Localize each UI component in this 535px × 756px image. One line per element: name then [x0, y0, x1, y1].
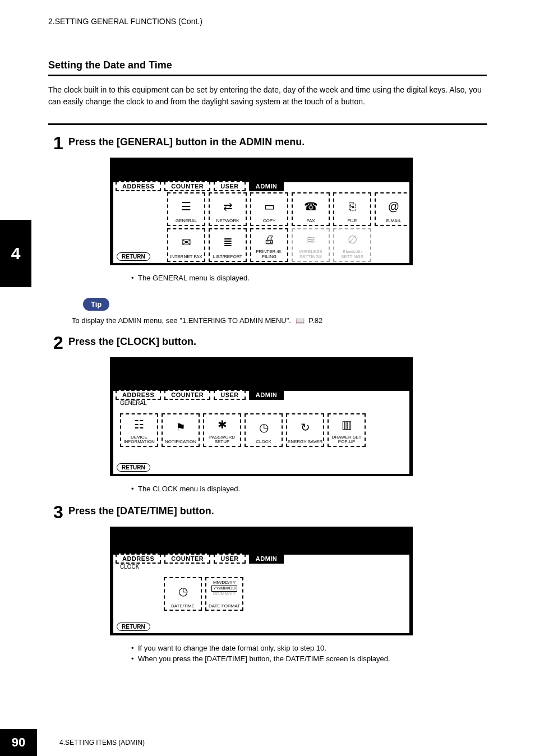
password-icon: ✱	[218, 414, 227, 435]
page-header: 2.SETTING GENERAL FUNCTIONS (Cont.)	[0, 0, 535, 26]
password-setup-button[interactable]: ✱PASSWORD SETUP	[203, 413, 241, 447]
printer-efiling-button[interactable]: 🖨PRINTER /E-FILING	[250, 228, 288, 262]
section-title: Setting the Date and Time	[48, 59, 487, 76]
fax-icon: ☎	[304, 193, 318, 219]
device-info-icon: ☷	[134, 414, 144, 435]
drawer-set-popup-button[interactable]: ▥DRAWER SET POP-UP	[328, 413, 366, 447]
section-intro: The clock built in to this equipment can…	[48, 84, 487, 108]
network-icon: ⇄	[223, 193, 233, 219]
file-button[interactable]: ⎘FILE	[333, 192, 371, 226]
email-icon: @	[388, 193, 399, 219]
screenshot-clock-menu: ADDRESS COUNTER USER ADMIN CLOCK ◷DATE/T…	[110, 527, 413, 635]
note-item: The CLOCK menu is displayed.	[131, 484, 487, 494]
tab-counter[interactable]: COUNTER	[164, 390, 210, 400]
tab-address[interactable]: ADDRESS	[116, 390, 161, 400]
tab-user[interactable]: USER	[214, 390, 246, 400]
clock-button[interactable]: ◷CLOCK	[245, 413, 283, 447]
tab-admin[interactable]: ADMIN	[249, 390, 284, 400]
internet-fax-icon: ✉	[182, 229, 191, 255]
clock-icon: ◷	[178, 578, 188, 603]
step-1: 1 Press the [GENERAL] button in the ADMI…	[48, 133, 487, 152]
page-number: 90	[0, 729, 37, 756]
step-3: 3 Press the [DATE/TIME] button.	[48, 502, 487, 521]
tip-badge: Tip	[83, 298, 109, 311]
note-item: When you press the [DATE/TIME] button, t…	[131, 654, 487, 664]
tab-counter[interactable]: COUNTER	[164, 554, 210, 564]
fax-button[interactable]: ☎FAX	[292, 192, 330, 226]
return-button[interactable]: RETURN	[117, 463, 150, 472]
date-format-option: MM/DD/YY	[213, 580, 236, 586]
printer-icon: 🖨	[264, 229, 275, 250]
footer-chapter: 4.SETTING ITEMS (ADMIN)	[59, 739, 145, 746]
copy-icon: ▭	[264, 193, 275, 219]
email-button[interactable]: @E-MAIL	[375, 192, 413, 226]
drawer-icon: ▥	[342, 414, 352, 435]
step-2: 2 Press the [CLOCK] button.	[48, 333, 487, 352]
step-number: 1	[48, 133, 68, 152]
note-item: If you want to change the date format on…	[131, 643, 487, 653]
wireless-settings-button: ≋WIRELESS SETTINGS	[292, 228, 330, 262]
tab-admin[interactable]: ADMIN	[249, 554, 284, 564]
date-format-button[interactable]: MM/DD/YY YY/MM/DD DD/MM/YY DATE FORMAT	[205, 577, 243, 611]
submenu-label: GENERAL	[120, 400, 147, 406]
bluetooth-icon: ∅	[348, 229, 357, 250]
screenshot-general-menu: ADDRESS COUNTER USER ADMIN GENERAL ☷DEVI…	[110, 357, 413, 476]
return-button[interactable]: RETURN	[117, 252, 150, 261]
energy-saver-button[interactable]: ↻ENERGY SAVER	[286, 413, 324, 447]
general-icon: ☰	[181, 193, 191, 219]
notification-icon: ⚑	[176, 414, 186, 440]
note-item: The GENERAL menu is displayed.	[131, 273, 487, 283]
clock-icon: ◷	[259, 414, 269, 440]
network-button[interactable]: ⇄NETWORK	[209, 192, 247, 226]
screenshot-admin-menu: ADDRESS COUNTER USER ADMIN ☰GENERAL ⇄NET…	[110, 158, 413, 265]
step-number: 3	[48, 502, 68, 521]
step2-notes: The CLOCK menu is displayed.	[48, 484, 487, 494]
bluetooth-settings-button: ∅Bluetooth SETTINGS	[333, 228, 371, 262]
tab-address[interactable]: ADDRESS	[116, 554, 161, 564]
internet-fax-button[interactable]: ✉INTERNET FAX	[167, 228, 205, 262]
step1-notes: The GENERAL menu is displayed.	[48, 273, 487, 283]
breadcrumb: 2.SETTING GENERAL FUNCTIONS (Cont.)	[48, 17, 202, 26]
list-report-icon: ≣	[223, 229, 233, 255]
return-button[interactable]: RETURN	[117, 623, 150, 631]
step3-notes: If you want to change the date format on…	[48, 643, 487, 663]
notification-button[interactable]: ⚑NOTIFICATION	[162, 413, 200, 447]
tab-user[interactable]: USER	[214, 554, 246, 564]
date-time-button[interactable]: ◷DATE/TIME	[164, 577, 202, 611]
step-number: 2	[48, 333, 68, 352]
step-instruction: Press the [CLOCK] button.	[68, 333, 196, 348]
device-information-button[interactable]: ☷DEVICE INFORMATION	[120, 413, 158, 447]
submenu-label: CLOCK	[120, 564, 139, 570]
date-format-option: DD/MM/YY	[213, 592, 236, 597]
tab-user[interactable]: USER	[214, 181, 246, 191]
copy-button[interactable]: ▭COPY	[250, 192, 288, 226]
tab-address[interactable]: ADDRESS	[116, 181, 161, 191]
section-rule	[48, 123, 487, 125]
tab-counter[interactable]: COUNTER	[164, 181, 210, 191]
tip-text: To display the ADMIN menu, see "1.ENTERI…	[72, 316, 487, 325]
step-instruction: Press the [GENERAL] button in the ADMIN …	[68, 133, 305, 148]
general-button[interactable]: ☰GENERAL	[167, 192, 205, 226]
file-icon: ⎘	[349, 193, 356, 219]
book-icon: 📖	[296, 316, 305, 325]
step-instruction: Press the [DATE/TIME] button.	[68, 502, 214, 517]
wireless-icon: ≋	[306, 229, 316, 250]
list-report-button[interactable]: ≣LIST/REPORT	[209, 228, 247, 262]
energy-saver-icon: ↻	[301, 414, 310, 440]
tab-admin[interactable]: ADMIN	[249, 181, 284, 191]
chapter-side-tab: 4	[0, 220, 31, 287]
page-footer: 90 4.SETTING ITEMS (ADMIN)	[0, 729, 535, 756]
